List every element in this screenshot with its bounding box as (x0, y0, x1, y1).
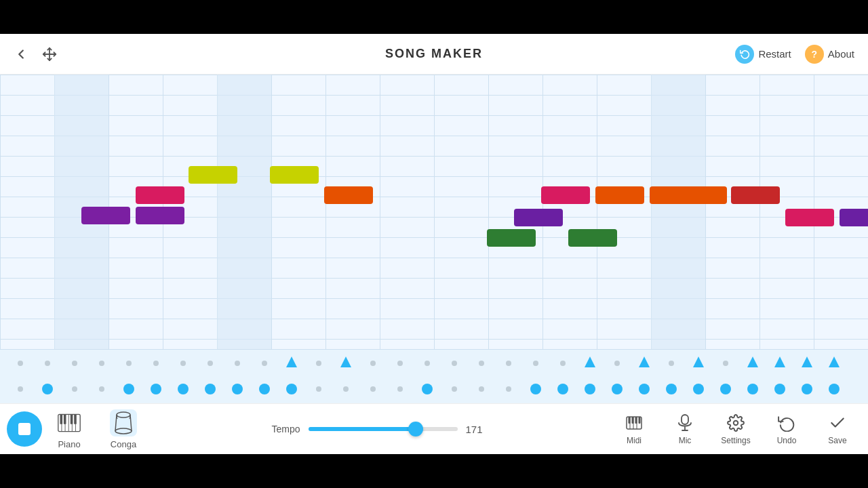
piano-icon (57, 412, 81, 434)
svg-point-40 (205, 384, 216, 394)
note-block[interactable] (595, 186, 644, 204)
svg-point-28 (723, 361, 728, 366)
svg-point-53 (557, 384, 568, 394)
restart-button[interactable]: Restart (735, 45, 791, 64)
svg-point-20 (506, 361, 511, 366)
note-block[interactable] (487, 229, 536, 247)
svg-marker-31 (802, 357, 812, 367)
svg-point-41 (232, 384, 243, 394)
svg-point-48 (422, 384, 433, 394)
svg-point-37 (123, 384, 134, 394)
svg-point-10 (235, 361, 240, 366)
save-button[interactable]: Save (814, 410, 861, 448)
svg-point-35 (72, 386, 77, 392)
svg-point-60 (747, 384, 758, 394)
svg-point-19 (479, 361, 484, 366)
svg-rect-86 (635, 417, 637, 424)
grid-background (0, 75, 868, 349)
move-icon[interactable] (42, 47, 57, 62)
note-block[interactable] (678, 186, 727, 204)
svg-point-61 (774, 384, 785, 394)
svg-rect-70 (60, 414, 63, 424)
svg-point-4 (72, 361, 77, 366)
svg-point-36 (99, 386, 104, 392)
tempo-value: 171 (466, 424, 490, 435)
note-block[interactable] (840, 209, 868, 226)
note-block[interactable] (81, 207, 130, 224)
svg-point-17 (425, 361, 430, 366)
svg-line-75 (115, 415, 117, 431)
svg-line-76 (130, 415, 132, 431)
svg-rect-71 (64, 414, 66, 424)
midi-button[interactable]: Midi (610, 410, 658, 448)
svg-marker-12 (286, 357, 297, 367)
svg-rect-87 (639, 417, 641, 424)
undo-button[interactable]: Undo (763, 410, 810, 448)
svg-point-43 (286, 384, 297, 394)
note-block[interactable] (324, 186, 373, 204)
midi-label: Midi (627, 436, 642, 445)
note-block[interactable] (541, 186, 590, 204)
tempo-slider[interactable] (309, 427, 458, 431)
mic-icon (676, 413, 694, 433)
stop-button[interactable] (7, 411, 42, 447)
piano-instrument-button[interactable]: Piano (42, 409, 96, 449)
section-highlight-3 (651, 75, 705, 349)
header: SONG MAKER Restart ? About (0, 34, 868, 75)
svg-point-50 (479, 386, 484, 392)
svg-point-33 (18, 386, 23, 392)
note-block[interactable] (514, 209, 563, 226)
save-icon-svg (829, 414, 846, 432)
note-block[interactable] (136, 207, 184, 224)
section-highlight-2 (217, 75, 271, 349)
undo-icon (778, 413, 795, 433)
svg-point-26 (669, 361, 674, 366)
svg-point-55 (612, 384, 623, 394)
note-block[interactable] (568, 229, 617, 247)
restart-label: Restart (758, 48, 791, 60)
svg-point-56 (639, 384, 650, 394)
svg-point-38 (151, 384, 161, 394)
svg-point-24 (614, 361, 620, 366)
note-block[interactable] (270, 166, 319, 184)
svg-rect-73 (74, 414, 77, 424)
svg-point-52 (530, 384, 541, 394)
conga-instrument-button[interactable]: Conga (96, 409, 151, 449)
mic-button[interactable]: Mic (661, 410, 709, 448)
svg-rect-84 (629, 417, 631, 424)
back-button[interactable] (14, 47, 28, 62)
note-block[interactable] (731, 186, 780, 204)
note-block[interactable] (785, 209, 834, 226)
right-tools: Midi Mic (610, 410, 861, 448)
svg-marker-29 (747, 357, 758, 367)
tempo-label: Tempo (271, 424, 300, 434)
svg-rect-85 (632, 417, 634, 424)
svg-point-34 (42, 384, 53, 394)
svg-point-16 (397, 361, 403, 366)
note-block[interactable] (189, 166, 237, 184)
svg-rect-72 (71, 414, 73, 424)
piano-roll[interactable] (0, 75, 868, 349)
svg-point-22 (560, 361, 566, 366)
svg-point-39 (178, 384, 189, 394)
note-block[interactable] (136, 186, 184, 204)
svg-marker-23 (585, 357, 595, 367)
svg-marker-30 (774, 357, 785, 367)
drum-row[interactable] (0, 349, 868, 403)
piano-icon-wrap (56, 409, 83, 436)
svg-point-74 (117, 412, 130, 418)
svg-point-51 (506, 386, 511, 392)
svg-marker-32 (829, 357, 840, 367)
svg-marker-14 (340, 357, 351, 367)
settings-button[interactable]: Settings (712, 410, 760, 448)
tempo-section: Tempo 171 (151, 424, 610, 435)
midi-icon (625, 413, 643, 433)
restart-icon (735, 45, 754, 64)
about-button[interactable]: ? About (805, 45, 854, 64)
stop-icon (18, 423, 31, 435)
svg-marker-27 (693, 357, 704, 367)
svg-rect-88 (682, 415, 688, 424)
svg-point-9 (208, 361, 213, 366)
svg-point-63 (829, 384, 840, 394)
tempo-slider-thumb[interactable] (408, 422, 423, 436)
